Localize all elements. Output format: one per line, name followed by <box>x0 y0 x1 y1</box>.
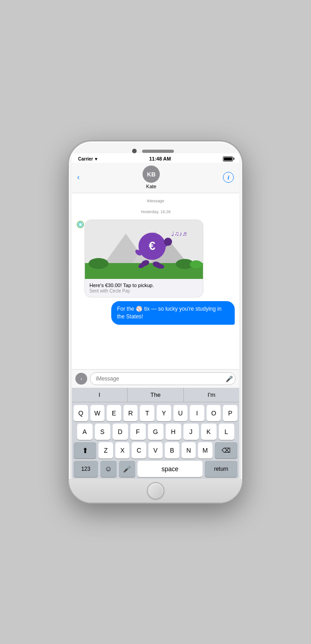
received-message: € <box>76 220 203 298</box>
card-main-text: Here's €30.00! Tap to pickup. <box>89 283 198 288</box>
home-button[interactable] <box>147 482 164 499</box>
space-key[interactable]: space <box>138 461 203 477</box>
key-h[interactable]: H <box>166 424 181 440</box>
emoji-key[interactable]: ☺ <box>100 461 117 477</box>
sent-message: For the ⚾ tix — so lucky you're studying… <box>111 301 235 325</box>
key-c[interactable]: C <box>132 442 146 459</box>
key-m[interactable]: M <box>198 442 212 459</box>
key-i[interactable]: I <box>190 405 204 421</box>
messages-area: iMessage Yesterday, 16:28 <box>72 193 239 369</box>
status-bar: Carrier ▾ 11:48 AM <box>72 153 239 163</box>
key-q[interactable]: Q <box>74 405 88 421</box>
keyboard-row-2: A S D F G H J K L <box>74 424 237 440</box>
battery-icon <box>223 156 233 161</box>
timestamp-date: Yesterday, 16:28 <box>76 210 235 214</box>
keyboard-row-4: 123 ☺ 🎤 space return <box>74 461 237 477</box>
key-f[interactable]: F <box>130 424 146 440</box>
key-j[interactable]: J <box>183 424 199 440</box>
key-o[interactable]: O <box>207 405 221 421</box>
delete-key[interactable]: ⌫ <box>215 442 237 459</box>
numbers-key[interactable]: 123 <box>74 461 98 477</box>
nav-header: ‹ KB Kate i <box>72 163 239 193</box>
svg-text:€: € <box>149 239 155 253</box>
key-y[interactable]: Y <box>157 405 171 421</box>
key-a[interactable]: A <box>77 424 93 440</box>
card-text-area: Here's €30.00! Tap to pickup. Sent with … <box>85 279 203 297</box>
key-p[interactable]: P <box>223 405 237 421</box>
nav-center: KB Kate <box>143 166 160 189</box>
mic-inline-icon[interactable]: 🎤 <box>226 376 233 382</box>
autocomplete-option-2[interactable]: The <box>128 388 183 402</box>
key-u[interactable]: U <box>173 405 188 421</box>
wifi-icon: ▾ <box>95 156 97 161</box>
camera-dot <box>132 149 137 153</box>
contact-name: Kate <box>146 184 157 189</box>
key-x[interactable]: X <box>115 442 129 459</box>
speaker-bar <box>142 150 174 153</box>
key-g[interactable]: G <box>148 424 163 440</box>
carrier-label: Carrier <box>78 156 93 161</box>
key-d[interactable]: D <box>113 424 128 440</box>
battery-fill <box>224 157 232 161</box>
autocomplete-option-3[interactable]: I'm <box>184 388 239 402</box>
input-area: › 🎤 <box>72 369 239 388</box>
input-wrapper: 🎤 <box>90 372 236 385</box>
key-z[interactable]: Z <box>99 442 113 459</box>
card-sub-text: Sent with Circle Pay <box>89 288 198 293</box>
phone-device: Carrier ▾ 11:48 AM ‹ KB Kate i iMessage … <box>68 141 243 503</box>
keyboard: Q W E R T Y U I O P A S D F G H J K <box>72 402 239 479</box>
avatar[interactable]: KB <box>143 166 160 183</box>
back-button[interactable]: ‹ <box>77 173 79 181</box>
circle-pay-icon <box>76 220 84 229</box>
key-e[interactable]: E <box>107 405 121 421</box>
svg-point-10 <box>190 260 202 268</box>
autocomplete-option-1[interactable]: I <box>72 388 128 402</box>
expand-button[interactable]: › <box>75 373 87 385</box>
autocomplete-bar: I The I'm <box>72 388 239 402</box>
svg-point-8 <box>89 258 109 269</box>
key-k[interactable]: K <box>201 424 217 440</box>
keyboard-row-3: ⬆ Z X C V B N M ⌫ <box>74 442 237 459</box>
key-l[interactable]: L <box>219 424 234 440</box>
card-image: € <box>85 220 203 279</box>
return-key[interactable]: return <box>205 461 237 477</box>
key-b[interactable]: B <box>165 442 179 459</box>
status-time: 11:48 AM <box>149 156 171 161</box>
key-r[interactable]: R <box>123 405 138 421</box>
info-button[interactable]: i <box>223 172 234 183</box>
phone-top <box>69 141 242 153</box>
key-s[interactable]: S <box>95 424 110 440</box>
timestamp-service: iMessage <box>76 199 235 203</box>
message-input[interactable] <box>90 372 236 385</box>
card-scene-svg: € <box>85 220 203 279</box>
status-right <box>223 156 233 161</box>
svg-point-19 <box>164 238 172 246</box>
circle-pay-card[interactable]: € <box>84 220 203 298</box>
phone-screen: Carrier ▾ 11:48 AM ‹ KB Kate i iMessage … <box>72 153 239 479</box>
key-n[interactable]: N <box>182 442 196 459</box>
keyboard-row-1: Q W E R T Y U I O P <box>74 405 237 421</box>
key-v[interactable]: V <box>148 442 163 459</box>
key-t[interactable]: T <box>140 405 154 421</box>
key-w[interactable]: W <box>90 405 105 421</box>
dictation-key[interactable]: 🎤 <box>119 461 135 477</box>
svg-text:♩♫♪♬: ♩♫♪♬ <box>171 230 187 237</box>
phone-bottom <box>69 479 242 503</box>
shift-key[interactable]: ⬆ <box>74 442 96 459</box>
status-left: Carrier ▾ <box>78 156 97 161</box>
